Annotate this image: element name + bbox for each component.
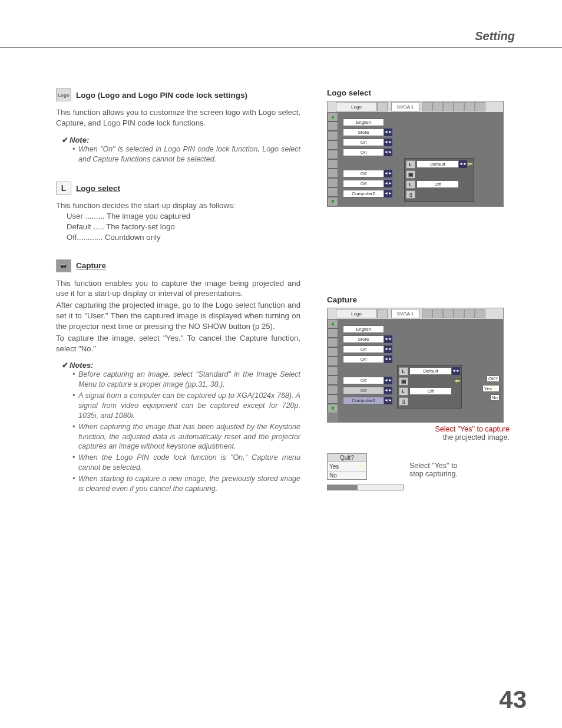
row2-off1: Off xyxy=(343,377,384,384)
no-row: No xyxy=(490,394,500,401)
menu1-icon1 xyxy=(377,102,388,111)
icon-a2 xyxy=(328,328,338,338)
m4b xyxy=(454,309,464,318)
note2: A signal from a computer can be captured… xyxy=(78,391,300,421)
header-rule xyxy=(0,47,562,48)
capture-caption-1: Select "Yes" to capture xyxy=(327,425,510,433)
menu1-sideicons: ▲ ▼ xyxy=(328,112,338,206)
logoselect-title: Logo select xyxy=(76,184,120,193)
quit-caption: Select "Yes" to stop capturing. xyxy=(409,462,458,478)
icon-e2 xyxy=(328,366,338,375)
icon-f xyxy=(328,169,338,178)
row2-english: English xyxy=(343,325,384,333)
m2 xyxy=(432,102,443,111)
menu2-svga: SVGA 1 xyxy=(391,309,419,318)
menu2-top: Logo SVGA 1 xyxy=(328,308,503,319)
capture-caption-2: the projected image. xyxy=(327,433,510,442)
progress-fill xyxy=(328,485,358,490)
capture-p2: After capturing the projected image, go … xyxy=(56,300,300,331)
menu1-top: Logo SVGA 1 xyxy=(328,101,503,112)
capture-p1: This function enables you to capture the… xyxy=(56,278,300,299)
logo-section-head: Logo Logo (Logo and Logo PIN code lock s… xyxy=(56,88,300,101)
down-arrow-icon: ▼ xyxy=(328,197,338,206)
sub2-l-icon: L xyxy=(399,367,408,375)
quit-yes: Yes⇐ xyxy=(328,462,366,472)
row2-on1: On xyxy=(343,345,384,353)
opt-user: User ......... The image you captured xyxy=(67,211,300,222)
logo-note-text: When "On" is selected in Logo PIN code l… xyxy=(78,144,300,164)
icon-g2 xyxy=(328,385,338,394)
icon-b xyxy=(328,131,338,140)
m1 xyxy=(422,102,432,111)
yes-txt: Yes xyxy=(484,386,492,391)
icon-c2 xyxy=(328,347,338,357)
left-column: Logo Logo (Logo and Logo PIN code lock s… xyxy=(56,88,300,495)
menu2-icon1 xyxy=(377,309,388,318)
m3 xyxy=(443,102,454,111)
arrow-icon: ◄► xyxy=(384,397,392,404)
camera-icon: 📷 xyxy=(56,259,71,272)
quit-box: Quit? Yes⇐ No xyxy=(327,453,367,480)
sub-off: Off xyxy=(416,180,459,188)
sub2-exit-icon: ▯ xyxy=(399,397,408,406)
sub2-off: Off xyxy=(409,387,452,395)
note4: When the Logo PIN code lock function is … xyxy=(78,453,300,473)
logoselect-options: User ......... The image you captured De… xyxy=(67,211,300,242)
row-computer2: Computer2 xyxy=(343,190,384,197)
sub-exit-icon: ▯ xyxy=(406,190,415,199)
quit-no-txt: No xyxy=(329,472,337,479)
icon-d2 xyxy=(328,357,338,366)
sub-cam-icon: ▣ xyxy=(406,170,415,179)
sub2-cam-icon: ▣ xyxy=(399,377,408,386)
icon-h2 xyxy=(328,394,338,404)
logo-note-head: Note: xyxy=(62,136,300,144)
row2-store: Store xyxy=(343,335,384,343)
note1: Before capturing an image, select "Stand… xyxy=(78,370,300,390)
m3b xyxy=(443,309,454,318)
row-store: Store xyxy=(343,129,384,136)
menu2-logo: Logo xyxy=(336,309,377,318)
right-column: Logo select Logo SVGA 1 ▲ xyxy=(327,88,510,490)
pointer-icon: ⇐ xyxy=(493,386,498,391)
submenu-1: LDefault◄►⇐ ▣ LOff ▯ xyxy=(404,158,474,202)
arrow-icon: ◄► xyxy=(452,367,460,375)
pointer-icon: ⇐ xyxy=(455,377,460,385)
arrow-icon: ◄► xyxy=(384,170,392,177)
icon-e xyxy=(328,159,338,169)
arrow-icon: ◄► xyxy=(384,139,392,146)
logo-icon: Logo xyxy=(56,88,71,101)
fig1-label: Logo select xyxy=(327,88,510,97)
capture-notes-head: Notes: xyxy=(62,361,300,370)
sub-lock-icon: L xyxy=(406,180,415,189)
progress-bar xyxy=(327,485,404,490)
quit-yes-txt: Yes xyxy=(329,463,339,470)
logo-section-body: This function allows you to customize th… xyxy=(56,107,300,129)
row-off2: Off xyxy=(343,180,384,187)
m6 xyxy=(475,102,485,111)
letter-l-icon: L xyxy=(56,182,71,195)
m5 xyxy=(464,102,475,111)
icon-a xyxy=(328,121,338,131)
logoselect-head: L Logo select xyxy=(56,182,300,195)
arrow-icon: ◄► xyxy=(384,335,392,343)
down-arrow-icon: ▼ xyxy=(328,404,338,413)
menu1-svga: SVGA 1 xyxy=(391,102,419,111)
row-english: English xyxy=(343,118,384,126)
logoselect-intro: This function decides the start-up displ… xyxy=(56,200,300,211)
arrow-icon: ◄► xyxy=(384,387,392,394)
arrow-icon: ◄► xyxy=(384,180,392,187)
arrow-icon: ◄► xyxy=(384,355,392,363)
row2-on2: On xyxy=(343,355,384,363)
opt-default: Default ..... The factory-set logo xyxy=(67,222,300,232)
menu2-sideicons: ▲ ▼ xyxy=(328,319,338,422)
row-on1: On xyxy=(343,139,384,146)
menu-screenshot-1: Logo SVGA 1 ▲ ▼ xyxy=(327,101,504,207)
quit-figure: Quit? Yes⇐ No Select "Yes" to stop captu… xyxy=(327,453,510,490)
row-on2: On xyxy=(343,149,384,156)
submenu-2: LDefault◄► ▣⇐ LOff ▯ xyxy=(397,365,462,409)
page-header-title: Setting xyxy=(475,29,515,43)
up-arrow-icon: ▲ xyxy=(328,319,338,328)
row-off1: Off xyxy=(343,170,384,177)
page-number: 43 xyxy=(499,686,527,714)
arrow-icon: ◄► xyxy=(384,129,392,136)
